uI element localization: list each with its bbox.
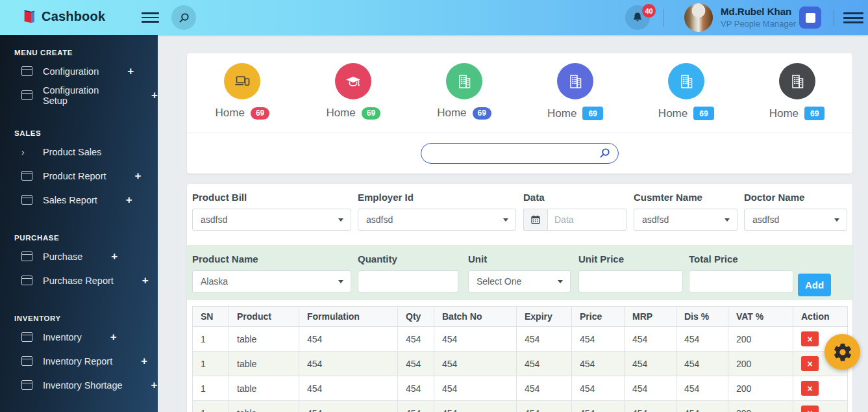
cell-mrp: 454 (625, 376, 676, 401)
search-icon (178, 12, 190, 24)
building-icon-circle (668, 63, 704, 99)
cell-mrp: 454 (625, 327, 676, 352)
calendar-icon (530, 214, 541, 225)
entry-product-name: Product Name Alaska (192, 253, 351, 292)
doctor-name-select[interactable]: asdfsd (744, 209, 847, 231)
home-cards-row: Home 69 Home 69 (187, 53, 852, 133)
search-input[interactable] (431, 148, 599, 159)
count-badge: 69 (582, 107, 602, 120)
caret-down-icon (338, 280, 343, 283)
home-card-5[interactable]: Home 69 (630, 53, 741, 133)
cell-expiry: 454 (517, 352, 572, 376)
plus-icon[interactable]: + (126, 194, 132, 205)
unit-select[interactable]: Select One (468, 270, 571, 292)
sidebar-item-inventory[interactable]: Inventory + (0, 325, 158, 349)
table-row: 1 table 454 454 454 454 454 454 454 200 … (193, 327, 848, 352)
plus-icon[interactable]: + (151, 380, 158, 391)
brand[interactable]: Cashbook (21, 8, 105, 25)
home-card-6[interactable]: Home 69 (741, 53, 852, 133)
plus-icon[interactable]: + (142, 275, 149, 286)
cell-formulation: 454 (299, 352, 398, 376)
filter-customer-name: Cusmter Name asdfsd (634, 192, 738, 231)
home-cards-panel: Home 69 Home 69 (187, 53, 852, 174)
add-button[interactable]: Add (798, 274, 831, 296)
col-header: Qty (398, 307, 434, 327)
col-header: Dis % (676, 307, 728, 327)
total-price-input[interactable] (689, 270, 793, 292)
delete-button[interactable]: × (801, 356, 819, 371)
notification-count-badge: 40 (642, 4, 656, 18)
home-card-1[interactable]: Home 69 (187, 53, 298, 133)
sidebar-item-inventory-report[interactable]: Inventory Report + (0, 349, 158, 373)
sidebar-item-product-report[interactable]: Product Report + (0, 164, 158, 188)
count-badge: 69 (362, 107, 380, 120)
sidebar-item-label: Product Sales (43, 147, 101, 157)
home-card-3[interactable]: Home 69 (409, 53, 520, 133)
calendar-button[interactable] (523, 209, 547, 231)
building-icon (677, 72, 695, 90)
search-box[interactable] (421, 143, 619, 164)
entry-total-price: Total Price (689, 253, 793, 292)
window-icon (21, 195, 32, 205)
settings-menu-icon[interactable] (843, 12, 863, 23)
cell-qty: 454 (398, 352, 434, 376)
search-icon[interactable] (599, 147, 611, 159)
cell-dis: 454 (676, 401, 728, 412)
selected-value: asdfsd (201, 214, 227, 225)
user-avatar[interactable] (684, 3, 713, 32)
filter-label: Cusmter Name (634, 192, 738, 203)
cell-qty: 454 (398, 401, 434, 412)
sidebar-item-product-sales[interactable]: › Product Sales (0, 140, 158, 164)
sidebar-item-configuration[interactable]: Configuration + (0, 59, 158, 83)
settings-fab[interactable] (825, 334, 860, 370)
cell-batch: 454 (434, 401, 517, 412)
cell-product: table (229, 352, 299, 376)
delete-button[interactable]: × (801, 406, 819, 412)
col-header: MRP (625, 307, 676, 327)
plus-icon[interactable]: + (110, 331, 117, 342)
sidebar-toggle-icon[interactable] (142, 12, 159, 23)
home-card-4[interactable]: Home 69 (519, 53, 630, 133)
date-input[interactable] (547, 209, 626, 231)
product-bill-select[interactable]: asdfsd (192, 209, 351, 231)
sidebar-item-configuration-setup[interactable]: Configuration Setup + (0, 83, 158, 107)
window-icon (21, 380, 32, 390)
chevron-right-icon: › (21, 147, 32, 157)
plus-icon[interactable]: + (135, 170, 142, 181)
table-row: 1 table 454 454 454 454 454 454 454 200 … (193, 352, 848, 376)
sidebar-item-purchase-report[interactable]: Purchase Report + (0, 268, 158, 292)
delete-button[interactable]: × (801, 331, 819, 346)
building-icon-circle (557, 63, 593, 99)
plus-icon[interactable]: + (151, 90, 158, 101)
col-header: Expiry (517, 307, 572, 327)
sidebar-section-inventory: INVENTORY (14, 315, 158, 322)
cell-formulation: 454 (299, 327, 398, 352)
product-name-select[interactable]: Alaska (192, 270, 351, 292)
sidebar-item-purchase[interactable]: Purchase + (0, 244, 158, 268)
window-icon (21, 171, 32, 181)
unit-price-input[interactable] (578, 270, 683, 292)
plus-icon[interactable]: + (127, 66, 134, 77)
home-card-2[interactable]: Home 69 (298, 53, 409, 133)
window-icon (21, 356, 32, 366)
cell-price: 454 (572, 376, 625, 401)
sidebar-item-inventory-shortage[interactable]: Inventory Shortage + (0, 373, 158, 397)
cell-vat: 200 (728, 327, 793, 352)
delete-button[interactable]: × (801, 381, 819, 396)
building-icon (788, 72, 806, 90)
customer-name-select[interactable]: asdfsd (634, 209, 738, 231)
graduation-cap-icon (344, 72, 362, 90)
cell-product: table (229, 401, 299, 412)
filter-label: Doctor Name (744, 192, 847, 203)
cell-action: × (793, 376, 848, 401)
quantity-input[interactable] (358, 270, 458, 292)
header-search-button[interactable] (171, 5, 196, 30)
sidebar-item-label: Product Report (43, 171, 106, 181)
square-toggle-button[interactable] (799, 6, 821, 29)
plus-icon[interactable]: + (141, 355, 147, 367)
employer-id-select[interactable]: asdfsd (358, 209, 516, 231)
cell-dis: 454 (676, 376, 728, 401)
cell-qty: 454 (398, 327, 434, 352)
sidebar-item-sales-report[interactable]: Sales Report + (0, 188, 158, 212)
plus-icon[interactable]: + (111, 251, 118, 262)
